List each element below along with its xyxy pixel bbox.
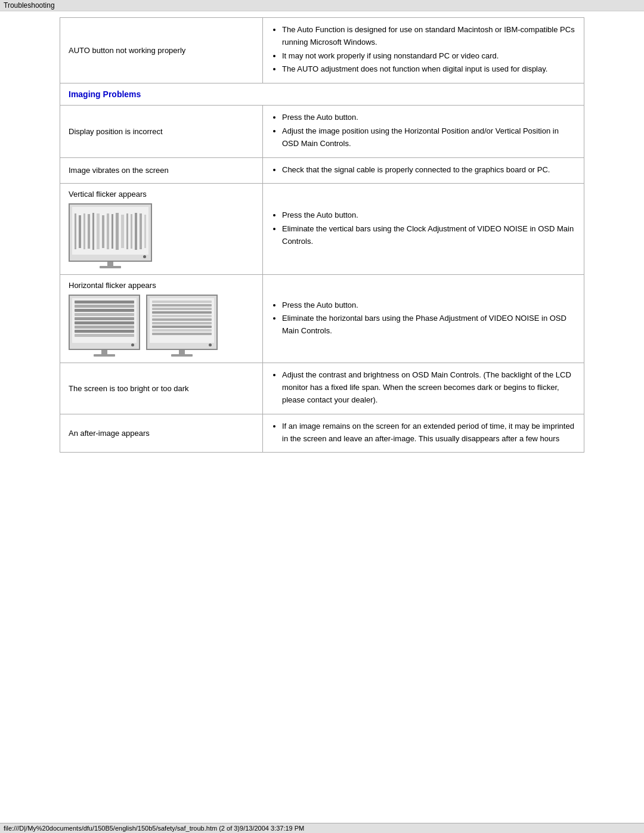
list-item: Eliminate the horizontal bars using the …	[282, 312, 575, 337]
list-item: Press the Auto button.	[282, 209, 575, 222]
list-item: Press the Auto button.	[282, 299, 575, 312]
imaging-problems-header-cell: Imaging Problems	[60, 83, 584, 106]
main-table: AUTO button not working properly The Aut…	[60, 17, 584, 453]
list-item: Check that the signal cable is properly …	[282, 164, 575, 176]
list-item: It may not work properly if using nonsta…	[282, 50, 575, 63]
list-item: Adjust the contrast and brightness on OS…	[282, 369, 575, 406]
monitor-button	[143, 255, 146, 258]
screen-brightness-list: Adjust the contrast and brightness on OS…	[282, 369, 575, 406]
horizontal-flicker-right: Press the Auto button. Eliminate the hor…	[263, 275, 584, 363]
auto-button-right: The Auto Function is designed for use on…	[263, 18, 584, 83]
horizontal-flicker-left: Horizontal flicker appears	[60, 275, 263, 363]
list-item: The Auto Function is designed for use on…	[282, 24, 575, 49]
image-vibrates-row: Image vibrates on the screen Check that …	[60, 157, 584, 184]
after-image-right: If an image remains on the screen for an…	[263, 414, 584, 453]
display-position-right: Press the Auto button. Adjust the image …	[263, 106, 584, 157]
horizontal-flicker-row: Horizontal flicker appears	[60, 275, 584, 363]
screen-brightness-right: Adjust the contrast and brightness on OS…	[263, 363, 584, 414]
list-item: Press the Auto button.	[282, 112, 575, 124]
display-position-row: Display position is incorrect Press the …	[60, 106, 584, 157]
auto-button-row: AUTO button not working properly The Aut…	[60, 18, 584, 83]
monitor-button	[209, 343, 212, 346]
title-text: Troubleshooting	[4, 1, 55, 10]
image-vibrates-list: Check that the signal cable is properly …	[282, 164, 575, 176]
horizontal-flicker-images	[69, 295, 254, 357]
auto-button-left: AUTO button not working properly	[60, 18, 263, 83]
horizontal-flicker-list: Press the Auto button. Eliminate the hor…	[282, 299, 575, 337]
vertical-flicker-label: Vertical flicker appears	[69, 190, 254, 199]
image-vibrates-left: Image vibrates on the screen	[60, 157, 263, 184]
page-content: AUTO button not working properly The Aut…	[0, 11, 644, 465]
list-item: Adjust the image position using the Hori…	[282, 125, 575, 150]
title-bar: Troubleshooting	[0, 0, 644, 11]
vertical-flicker-right: Press the Auto button. Eliminate the ver…	[263, 184, 584, 275]
hflicker-monitor-2	[146, 295, 218, 357]
vertical-flicker-row: Vertical flicker appears	[60, 184, 584, 275]
imaging-problems-title: Imaging Problems	[69, 89, 141, 99]
image-vibrates-right: Check that the signal cable is properly …	[263, 157, 584, 184]
after-image-left: An after-image appears	[60, 414, 263, 453]
horizontal-flicker-label: Horizontal flicker appears	[69, 281, 254, 290]
vertical-flicker-list: Press the Auto button. Eliminate the ver…	[282, 209, 575, 247]
after-image-row: An after-image appears If an image remai…	[60, 414, 584, 453]
hflicker-monitor-1	[69, 295, 140, 357]
display-position-left: Display position is incorrect	[60, 106, 263, 157]
auto-button-list: The Auto Function is designed for use on…	[282, 24, 575, 76]
screen-brightness-row: The screen is too bright or too dark Adj…	[60, 363, 584, 414]
vertical-flicker-left: Vertical flicker appears	[60, 184, 263, 275]
vertical-flicker-image	[69, 203, 152, 268]
imaging-problems-header-row: Imaging Problems	[60, 83, 584, 106]
list-item: Eliminate the vertical bars using the Cl…	[282, 223, 575, 248]
monitor-button	[131, 343, 134, 346]
after-image-list: If an image remains on the screen for an…	[282, 420, 575, 445]
display-position-list: Press the Auto button. Adjust the image …	[282, 112, 575, 150]
list-item: The AUTO adjustment does not function wh…	[282, 63, 575, 76]
screen-brightness-left: The screen is too bright or too dark	[60, 363, 263, 414]
list-item: If an image remains on the screen for an…	[282, 420, 575, 445]
